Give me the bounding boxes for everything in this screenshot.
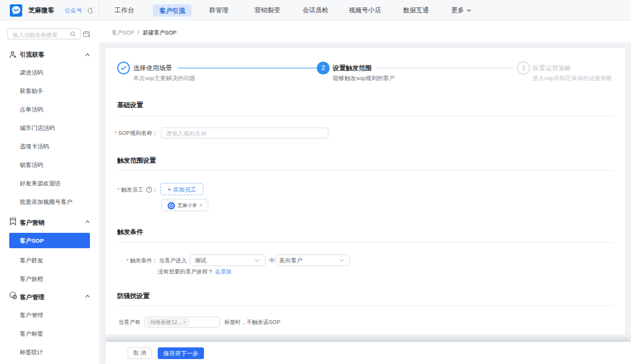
svg-text:?: ? [148,187,150,192]
